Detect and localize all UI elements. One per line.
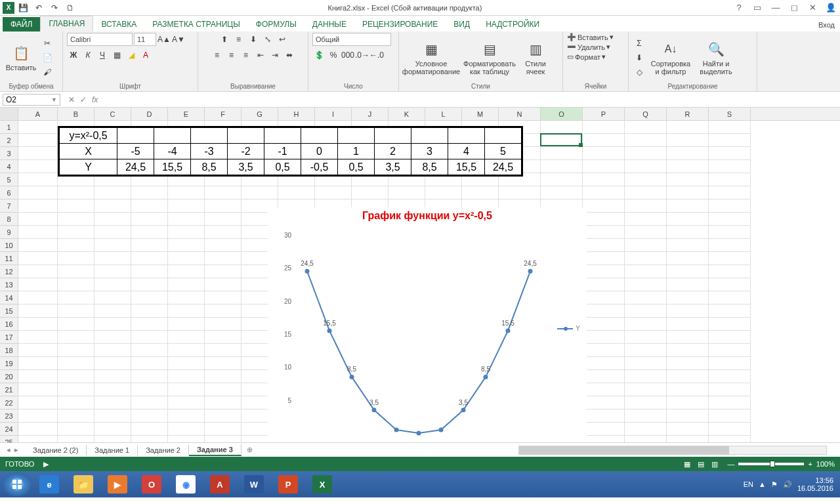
grow-font-icon[interactable]: A▲ bbox=[158, 33, 171, 46]
align-mid-icon[interactable]: ≡ bbox=[232, 33, 245, 46]
col-header-A[interactable]: A bbox=[18, 108, 58, 120]
pagebreak-view-icon[interactable]: ▥ bbox=[709, 460, 721, 468]
font-color-icon[interactable]: A bbox=[139, 49, 152, 62]
zoom-level[interactable]: 100% bbox=[816, 460, 835, 468]
tab-data[interactable]: ДАННЫЕ bbox=[304, 17, 354, 32]
close-icon[interactable]: ✕ bbox=[803, 3, 822, 12]
cond-format-button[interactable]: ▦ Условное форматирование bbox=[403, 36, 459, 79]
clock[interactable]: 13:56 16.05.2016 bbox=[797, 476, 833, 492]
align-left-icon[interactable]: ≡ bbox=[211, 49, 224, 62]
sheet-tab-1[interactable]: Задание 2 (2) bbox=[25, 445, 87, 455]
row-header-5[interactable]: 5 bbox=[0, 173, 18, 186]
col-header-S[interactable]: S bbox=[709, 108, 751, 120]
col-header-I[interactable]: I bbox=[315, 108, 352, 120]
tab-review[interactable]: РЕЦЕНЗИРОВАНИЕ bbox=[354, 17, 446, 32]
row-header-16[interactable]: 16 bbox=[0, 318, 18, 331]
zoom-in-icon[interactable]: + bbox=[808, 460, 812, 468]
row-header-4[interactable]: 4 bbox=[0, 160, 18, 173]
dec-decimal-icon[interactable]: ←.0 bbox=[370, 49, 383, 62]
clear-icon[interactable]: ◇ bbox=[633, 66, 646, 79]
col-header-E[interactable]: E bbox=[168, 108, 205, 120]
start-button[interactable] bbox=[3, 472, 32, 496]
col-header-J[interactable]: J bbox=[352, 108, 388, 120]
row-header-3[interactable]: 3 bbox=[0, 147, 18, 160]
help-icon[interactable]: ? bbox=[730, 3, 748, 12]
sheet-tab-3[interactable]: Задание 2 bbox=[138, 445, 189, 455]
font-size[interactable]: 11 bbox=[134, 33, 156, 46]
col-header-G[interactable]: G bbox=[242, 108, 278, 120]
col-header-P[interactable]: P bbox=[583, 108, 625, 120]
page-layout-icon[interactable]: ▤ bbox=[695, 460, 707, 468]
enter-formula-icon[interactable]: ✓ bbox=[80, 95, 87, 104]
cell-styles-button[interactable]: ▥ Стили ячеек bbox=[520, 36, 551, 79]
col-header-C[interactable]: C bbox=[94, 108, 131, 120]
row-header-1[interactable]: 1 bbox=[0, 121, 18, 134]
col-header-D[interactable]: D bbox=[131, 108, 168, 120]
cancel-formula-icon[interactable]: ✕ bbox=[68, 95, 75, 104]
col-header-H[interactable]: H bbox=[278, 108, 315, 120]
row-header-20[interactable]: 20 bbox=[0, 370, 18, 383]
row-header-9[interactable]: 9 bbox=[0, 226, 18, 239]
save-icon[interactable]: 💾 bbox=[16, 1, 30, 14]
shrink-font-icon[interactable]: A▼ bbox=[172, 33, 185, 46]
add-sheet-icon[interactable]: ⊕ bbox=[242, 446, 258, 454]
col-header-O[interactable]: O bbox=[541, 108, 583, 120]
signin-link[interactable]: Вход bbox=[813, 18, 840, 32]
tray-sound-icon[interactable]: 🔊 bbox=[783, 480, 792, 489]
name-box[interactable]: O2▼ bbox=[3, 94, 60, 106]
row-header-14[interactable]: 14 bbox=[0, 291, 18, 304]
insert-cells-button[interactable]: ➕Вставить▾ bbox=[567, 33, 614, 41]
col-header-Q[interactable]: Q bbox=[625, 108, 667, 120]
tab-home[interactable]: ГЛАВНАЯ bbox=[40, 16, 93, 32]
tab-formulas[interactable]: ФОРМУЛЫ bbox=[248, 17, 304, 32]
row-header-8[interactable]: 8 bbox=[0, 213, 18, 226]
fill-color-icon[interactable]: ◢ bbox=[125, 49, 138, 62]
tab-file[interactable]: ФАЙЛ bbox=[3, 17, 40, 32]
row-header-15[interactable]: 15 bbox=[0, 304, 18, 318]
undo-icon[interactable]: ↶ bbox=[32, 1, 46, 14]
tray-network-icon[interactable]: ⚑ bbox=[771, 480, 778, 489]
currency-icon[interactable]: 💲 bbox=[312, 49, 326, 62]
sheet-nav-first-icon[interactable]: ◂ bbox=[7, 446, 10, 454]
bold-button[interactable]: Ж bbox=[67, 49, 80, 62]
select-all[interactable] bbox=[0, 108, 18, 120]
align-center-icon[interactable]: ≡ bbox=[225, 49, 238, 62]
normal-view-icon[interactable]: ▦ bbox=[681, 460, 693, 468]
taskbar-explorer[interactable]: 📁 bbox=[67, 474, 100, 495]
row-header-25[interactable]: 25 bbox=[0, 436, 18, 442]
row-header-18[interactable]: 18 bbox=[0, 344, 18, 357]
row-header-11[interactable]: 11 bbox=[0, 252, 18, 265]
indent-inc-icon[interactable]: ⇥ bbox=[268, 49, 282, 62]
row-header-10[interactable]: 10 bbox=[0, 239, 18, 252]
find-select-button[interactable]: 🔍 Найти и выделить bbox=[696, 36, 736, 79]
taskbar-pdf[interactable]: A bbox=[203, 474, 236, 495]
taskbar-opera[interactable]: O bbox=[135, 474, 168, 495]
row-header-6[interactable]: 6 bbox=[0, 186, 18, 200]
new-icon[interactable]: 🗋 bbox=[63, 1, 77, 14]
paste-button[interactable]: 📋 Вставить bbox=[4, 36, 38, 79]
taskbar-word[interactable]: W bbox=[238, 474, 270, 495]
row-header-24[interactable]: 24 bbox=[0, 423, 18, 436]
merge-icon[interactable]: ⬌ bbox=[283, 49, 296, 62]
sort-filter-button[interactable]: A↓ Сортировка и фильтр bbox=[648, 36, 693, 79]
taskbar-powerpoint[interactable]: P bbox=[272, 474, 304, 495]
row-header-12[interactable]: 12 bbox=[0, 265, 18, 278]
account-icon[interactable]: 👤 bbox=[822, 3, 840, 12]
tray-flag-icon[interactable]: ▲ bbox=[759, 480, 766, 488]
maximize-icon[interactable]: ◻ bbox=[785, 3, 803, 12]
row-header-19[interactable]: 19 bbox=[0, 357, 18, 370]
inc-decimal-icon[interactable]: .0→ bbox=[356, 49, 369, 62]
cut-icon[interactable]: ✂ bbox=[41, 37, 54, 50]
taskbar-chrome[interactable]: ◉ bbox=[169, 474, 202, 495]
zoom-out-icon[interactable]: — bbox=[727, 460, 734, 468]
underline-button[interactable]: Ч bbox=[96, 49, 109, 62]
redo-icon[interactable]: ↷ bbox=[47, 1, 62, 14]
delete-cells-button[interactable]: ➖Удалить▾ bbox=[567, 43, 610, 51]
format-cells-button[interactable]: ▭Формат▾ bbox=[567, 52, 606, 61]
align-top-icon[interactable]: ⬆ bbox=[218, 33, 231, 46]
orientation-icon[interactable]: ⤡ bbox=[261, 33, 274, 46]
col-header-K[interactable]: K bbox=[388, 108, 425, 120]
number-format[interactable]: Общий bbox=[312, 33, 391, 46]
fill-icon[interactable]: ⬇ bbox=[633, 51, 646, 64]
ribbon-options-icon[interactable]: ▭ bbox=[748, 3, 766, 12]
